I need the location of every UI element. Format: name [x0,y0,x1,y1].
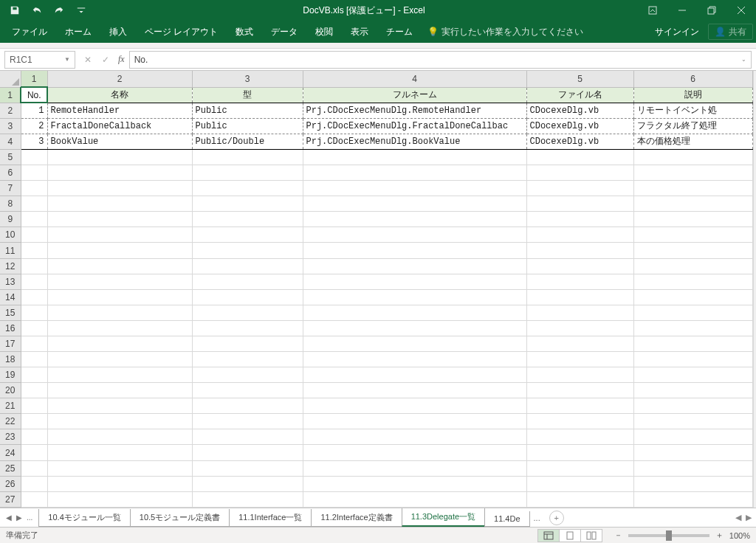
sheet-tab[interactable]: 11.2Interface定義書 [311,509,402,527]
empty-cell[interactable] [303,429,526,445]
empty-cell[interactable] [21,398,47,414]
table-cell[interactable]: FractalDoneCallback [47,118,192,134]
empty-cell[interactable] [526,367,633,383]
empty-cell[interactable] [47,258,192,274]
empty-cell[interactable] [633,491,752,507]
row-header[interactable]: 10 [0,227,21,243]
empty-cell[interactable] [633,445,752,460]
empty-cell[interactable] [633,289,752,305]
empty-cell[interactable] [633,460,752,476]
empty-cell[interactable] [47,367,192,383]
empty-cell[interactable] [47,491,192,507]
empty-cell[interactable] [192,274,303,289]
name-box[interactable]: R1C1 ▼ [4,51,75,69]
empty-cell[interactable] [526,258,633,274]
empty-cell[interactable] [47,460,192,476]
row-header[interactable]: 12 [0,258,21,274]
empty-cell[interactable] [47,336,192,351]
empty-cell[interactable] [192,181,303,196]
empty-cell[interactable] [192,165,303,181]
redo-icon[interactable] [50,1,68,19]
table-header-cell[interactable]: 説明 [633,87,752,103]
ribbon-tab[interactable]: 表示 [342,21,377,43]
empty-cell[interactable] [192,414,303,429]
empty-cell[interactable] [21,243,47,258]
empty-cell[interactable] [21,367,47,383]
sheet-overflow-left[interactable]: ... [27,513,32,522]
sheet-tab[interactable]: 11.1Interface一覧 [229,509,312,527]
save-icon[interactable] [6,1,24,19]
empty-cell[interactable] [192,383,303,398]
zoom-out-button[interactable]: － [614,530,622,541]
empty-cell[interactable] [21,289,47,305]
empty-cell[interactable] [303,367,526,383]
empty-cell[interactable] [192,150,303,165]
empty-cell[interactable] [192,258,303,274]
empty-cell[interactable] [633,336,752,351]
empty-cell[interactable] [21,274,47,289]
row-header[interactable]: 9 [0,212,21,227]
table-header-cell[interactable]: ファイル名 [526,87,633,103]
ribbon-options-icon[interactable] [638,0,667,21]
normal-view-icon[interactable] [537,529,560,542]
empty-cell[interactable] [526,414,633,429]
empty-cell[interactable] [21,336,47,351]
empty-cell[interactable] [526,274,633,289]
empty-cell[interactable] [303,352,526,367]
row-header[interactable]: 3 [0,118,21,134]
empty-cell[interactable] [47,243,192,258]
empty-cell[interactable] [303,289,526,305]
empty-cell[interactable] [21,181,47,196]
row-header[interactable]: 13 [0,274,21,289]
sheet-nav-next-icon[interactable]: ▶ [16,513,22,522]
table-cell[interactable]: Prj.CDocExecMenuDlg.RemoteHandler [303,103,526,118]
new-sheet-button[interactable]: + [549,511,564,525]
empty-cell[interactable] [526,305,633,320]
table-cell[interactable]: CDocexeDlg.vb [526,134,633,149]
empty-cell[interactable] [633,305,752,320]
table-cell[interactable]: リモートイベント処 [633,103,752,118]
empty-cell[interactable] [633,383,752,398]
fx-icon[interactable]: fx [118,54,129,65]
vertical-scrollbar[interactable] [753,71,757,508]
empty-cell[interactable] [47,165,192,181]
table-cell[interactable]: CDocexeDlg.vb [526,103,633,118]
row-header[interactable]: 20 [0,383,21,398]
sheet-nav-prev-icon[interactable]: ◀ [6,513,12,522]
row-header[interactable]: 11 [0,243,21,258]
zoom-in-button[interactable]: ＋ [715,530,724,541]
empty-cell[interactable] [633,367,752,383]
empty-cell[interactable] [192,196,303,212]
empty-cell[interactable] [633,352,752,367]
minimize-icon[interactable] [667,0,697,21]
empty-cell[interactable] [192,445,303,460]
table-cell[interactable]: フラクタル終了処理 [633,118,752,134]
empty-cell[interactable] [303,305,526,320]
empty-cell[interactable] [633,243,752,258]
row-header[interactable]: 24 [0,445,21,460]
row-header[interactable]: 18 [0,352,21,367]
empty-cell[interactable] [526,398,633,414]
select-all-corner[interactable] [0,71,21,87]
row-header[interactable]: 23 [0,429,21,445]
table-cell[interactable]: 2 [21,118,47,134]
enter-icon[interactable]: ✓ [99,55,112,65]
sign-in[interactable]: サインイン [646,21,708,43]
empty-cell[interactable] [526,227,633,243]
empty-cell[interactable] [526,243,633,258]
empty-cell[interactable] [303,414,526,429]
empty-cell[interactable] [303,150,526,165]
table-cell[interactable]: Public [192,103,303,118]
row-header[interactable]: 1 [0,87,21,103]
empty-cell[interactable] [303,320,526,336]
row-header[interactable]: 15 [0,305,21,320]
ribbon-tab[interactable]: 挿入 [100,21,136,43]
empty-cell[interactable] [192,429,303,445]
table-header-cell[interactable]: 型 [192,87,303,103]
ribbon-tab[interactable]: チーム [377,21,422,43]
empty-cell[interactable] [47,227,192,243]
empty-cell[interactable] [633,196,752,212]
ribbon-tab[interactable]: 数式 [227,21,262,43]
empty-cell[interactable] [633,227,752,243]
empty-cell[interactable] [47,429,192,445]
